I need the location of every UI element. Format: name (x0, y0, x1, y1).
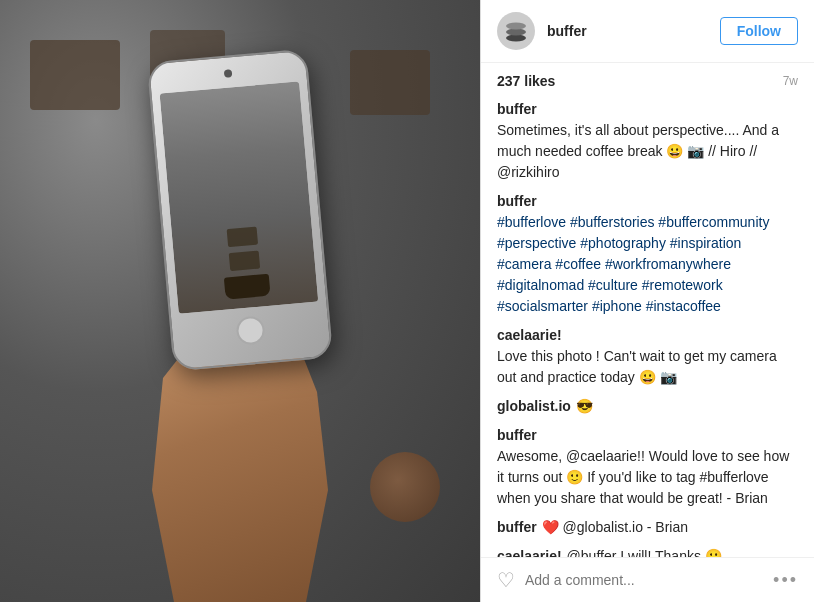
phone-camera-icon (224, 69, 233, 78)
phone (147, 49, 333, 372)
comment-item: bufferAwesome, @caelaarie!! Would love t… (497, 425, 798, 509)
comment-text: ❤️ @globalist.io - Brian (542, 517, 688, 538)
hashtag-user[interactable]: buffer (497, 191, 537, 212)
comment-username[interactable]: buffer (497, 517, 537, 538)
hashtag-comment: buffer #bufferlove #bufferstories #buffe… (497, 191, 798, 317)
svg-point-2 (506, 23, 526, 30)
caption-user[interactable]: buffer (497, 99, 537, 120)
phone-hand (0, 0, 480, 602)
likes-count: 237 likes (497, 73, 555, 89)
caption-text: Sometimes, it's all about perspective...… (497, 120, 798, 183)
comment-username[interactable]: buffer (497, 425, 537, 446)
phone-screen-content (160, 81, 319, 313)
add-comment-input[interactable] (525, 572, 763, 588)
comment-item: globalist.io😎 (497, 396, 798, 417)
screen-item-2 (229, 251, 260, 272)
comments-list: caelaarie!Love this photo ! Can't wait t… (497, 325, 798, 557)
comment-text: Awesome, @caelaarie!! Would love to see … (497, 446, 798, 509)
hashtag-text: #bufferlove #bufferstories #buffercommun… (497, 212, 798, 317)
header-username: buffer (547, 23, 708, 39)
add-comment-row: ♡ ••• (481, 557, 814, 602)
caption: buffer Sometimes, it's all about perspec… (497, 99, 798, 183)
post-header: buffer Follow (481, 0, 814, 63)
svg-point-1 (506, 29, 526, 36)
heart-icon[interactable]: ♡ (497, 568, 515, 592)
comment-text: @buffer I will! Thanks 🙂 (567, 546, 722, 557)
buffer-logo-icon (503, 20, 529, 42)
phone-home-button (235, 315, 265, 345)
screen-item-1 (227, 227, 258, 248)
comment-item: buffer❤️ @globalist.io - Brian (497, 517, 798, 538)
more-options-icon[interactable]: ••• (773, 570, 798, 591)
time-ago: 7w (783, 74, 798, 88)
avatar[interactable] (497, 12, 535, 50)
comments-area: buffer Sometimes, it's all about perspec… (481, 93, 814, 557)
comment-item: caelaarie!Love this photo ! Can't wait t… (497, 325, 798, 388)
post-image (0, 0, 480, 602)
comment-text: 😎 (576, 396, 593, 417)
follow-button[interactable]: Follow (720, 17, 798, 45)
post-content-panel: buffer Follow 237 likes 7w buffer Someti… (480, 0, 814, 602)
comment-username[interactable]: globalist.io (497, 396, 571, 417)
svg-point-0 (506, 35, 526, 42)
likes-row: 237 likes 7w (481, 63, 814, 93)
comment-username[interactable]: caelaarie! (497, 325, 562, 346)
comment-username[interactable]: caelaarie! (497, 546, 562, 557)
phone-screen (160, 81, 319, 313)
comment-text: Love this photo ! Can't wait to get my c… (497, 346, 798, 388)
comment-item: caelaarie!@buffer I will! Thanks 🙂 (497, 546, 798, 557)
screen-shoe (223, 274, 270, 300)
